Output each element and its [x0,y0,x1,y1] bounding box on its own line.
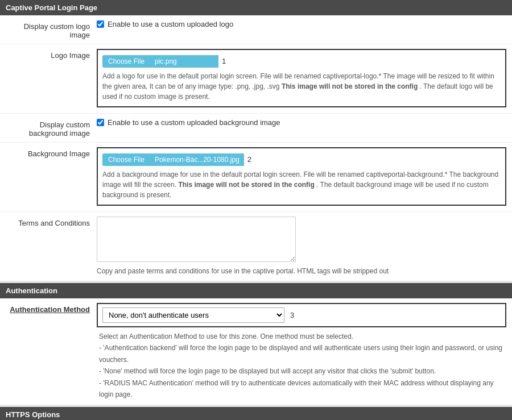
display-logo-control: Enable to use a custom uploaded logo [97,20,506,28]
logo-file-number: 1 [218,55,229,68]
logo-image-control: Choose File pic.png 1 Add a logo for use… [97,49,506,109]
auth-description: Select an Authentication Method to use f… [97,331,506,400]
display-background-checkbox-label: Enable to use a custom uploaded backgrou… [108,118,280,127]
auth-method-row: Authentication Method None, don't authen… [0,298,512,405]
auth-method-number: 3 [290,311,294,319]
background-file-input-group: Choose File Pokemon-Bac...20-1080.jpg 2 [102,153,501,166]
background-help-text: Add a background image for use in the de… [102,169,501,200]
logo-image-inner-box: Choose File pic.png 1 Add a logo for use… [97,49,506,107]
display-background-checkbox[interactable] [97,119,104,126]
logo-image-label: Logo Image [6,49,97,60]
logo-file-input-group: Choose File pic.png 1 [102,55,501,68]
auth-method-select[interactable]: None, don't authenticate users Authentic… [102,307,284,323]
captive-portal-section-header: Captive Portal Login Page [0,0,512,15]
terms-control: Copy and paste terms and conditions for … [97,217,506,276]
display-logo-label: Display custom logo image [6,20,97,39]
background-file-number: 2 [244,153,255,166]
display-logo-row: Display custom logo image Enable to use … [0,15,512,44]
background-image-control: Choose File Pokemon-Bac...20-1080.jpg 2 … [97,147,506,207]
display-logo-checkbox-label: Enable to use a custom uploaded logo [108,20,233,28]
terms-label: Terms and Conditions [6,217,97,227]
background-file-name: Pokemon-Bac...20-1080.jpg [150,153,244,166]
terms-textarea[interactable] [97,217,296,262]
authentication-section: Authentication Authentication Method Non… [0,283,512,405]
logo-help-text: Add a logo for use in the default portal… [102,71,501,102]
display-background-label: Display custom background image [6,118,97,138]
background-image-inner-box: Choose File Pokemon-Bac...20-1080.jpg 2 … [97,147,506,206]
display-background-row: Display custom background image Enable t… [0,114,512,143]
authentication-section-header: Authentication [0,283,512,298]
https-section: HTTPS Options Login Enable HTTPS login W… [0,407,512,420]
display-background-control: Enable to use a custom uploaded backgrou… [97,118,506,127]
https-section-header: HTTPS Options [0,407,512,420]
background-image-label: Background Image [6,147,97,158]
terms-row: Terms and Conditions Copy and paste term… [0,212,512,281]
background-choose-file-button[interactable]: Choose File [102,153,150,166]
display-logo-checkbox[interactable] [97,20,104,28]
background-image-row: Background Image Choose File Pokemon-Bac… [0,143,512,212]
logo-image-row: Logo Image Choose File pic.png 1 Add a l… [0,44,512,114]
auth-method-wrapper: None, don't authenticate users Authentic… [97,303,506,400]
auth-method-label: Authentication Method [6,303,97,314]
logo-file-name: pic.png [150,55,218,68]
auth-inner-box: None, don't authenticate users Authentic… [97,303,506,327]
terms-help-text: Copy and paste terms and conditions for … [97,266,506,276]
logo-choose-file-button[interactable]: Choose File [102,55,150,68]
